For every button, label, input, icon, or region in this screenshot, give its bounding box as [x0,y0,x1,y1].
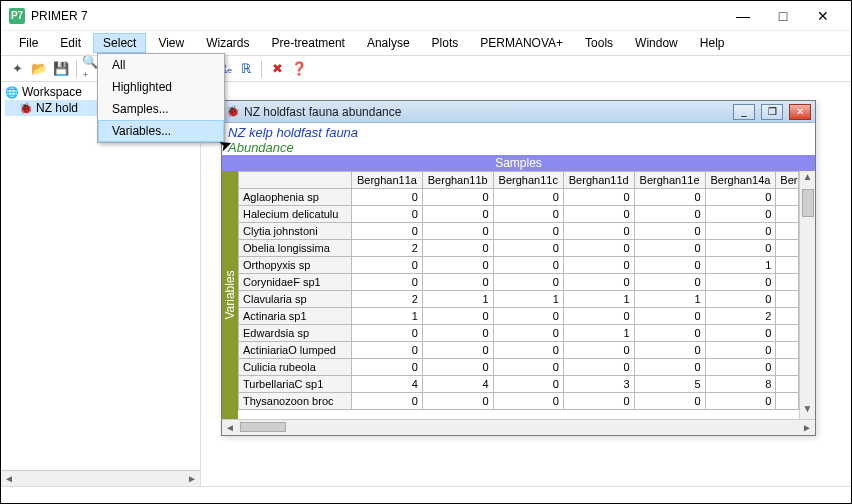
cell[interactable]: 1 [563,325,634,342]
cell[interactable]: 0 [563,359,634,376]
cell[interactable]: 0 [422,240,493,257]
cell[interactable]: 2 [705,308,776,325]
cell[interactable]: 0 [422,257,493,274]
toolbar-resemblance2-icon[interactable]: ℝ [236,59,256,79]
column-header[interactable]: Berghan11d [563,172,634,189]
cell[interactable]: 0 [422,308,493,325]
cell[interactable]: 0 [563,189,634,206]
menu-edit[interactable]: Edit [50,33,91,53]
scroll-left-icon[interactable]: ◄ [1,473,17,484]
table-row[interactable]: Aglaophenia sp000000 [239,189,799,206]
cell[interactable]: 0 [705,359,776,376]
row-header[interactable]: Halecium delicatulu [239,206,352,223]
cell[interactable]: 0 [634,206,705,223]
cell[interactable]: 0 [493,189,563,206]
scroll-track[interactable] [238,420,799,435]
scroll-right-icon[interactable]: ► [184,473,200,484]
cell[interactable]: 4 [352,376,423,393]
menu-view[interactable]: View [148,33,194,53]
cell[interactable]: 1 [705,257,776,274]
row-header[interactable]: Clavularia sp [239,291,352,308]
cell[interactable] [776,342,799,359]
cell[interactable]: 5 [634,376,705,393]
row-header[interactable]: Edwardsia sp [239,325,352,342]
scroll-thumb[interactable] [802,189,814,217]
cell[interactable]: 0 [422,189,493,206]
menu-wizards[interactable]: Wizards [196,33,259,53]
menu-permanova[interactable]: PERMANOVA+ [470,33,573,53]
cell[interactable]: 0 [493,240,563,257]
scroll-up-icon[interactable]: ▲ [800,171,815,187]
column-header[interactable]: Berghan11b [422,172,493,189]
cell[interactable]: 0 [563,308,634,325]
row-header[interactable]: ActiniariaO lumped [239,342,352,359]
cell[interactable] [776,206,799,223]
cell[interactable]: 4 [422,376,493,393]
cell[interactable]: 1 [493,291,563,308]
cell[interactable]: 0 [493,325,563,342]
child-titlebar[interactable]: 🐞 NZ holdfast fauna abundance _ ❐ ✕ [222,101,815,123]
table-row[interactable]: Culicia rubeola000000 [239,359,799,376]
cell[interactable]: 0 [352,325,423,342]
cell[interactable] [776,223,799,240]
menu-window[interactable]: Window [625,33,688,53]
menu-plots[interactable]: Plots [422,33,469,53]
cell[interactable] [776,308,799,325]
cell[interactable]: 0 [352,393,423,410]
cell[interactable]: 0 [563,206,634,223]
row-header[interactable]: TurbellariaC sp1 [239,376,352,393]
cell[interactable]: 2 [352,240,423,257]
cell[interactable]: 0 [705,240,776,257]
cell[interactable]: 0 [563,393,634,410]
cell[interactable] [776,359,799,376]
cell[interactable]: 0 [493,376,563,393]
cell[interactable]: 0 [352,257,423,274]
cell[interactable] [776,240,799,257]
toolbar-delete-icon[interactable]: ✖ [267,59,287,79]
menu-file[interactable]: File [9,33,48,53]
cell[interactable]: 0 [705,274,776,291]
cell[interactable]: 0 [634,257,705,274]
toolbar-open-icon[interactable]: 📂 [29,59,49,79]
cell[interactable]: 0 [705,189,776,206]
cell[interactable]: 0 [422,393,493,410]
column-header[interactable]: Berghan11c [493,172,563,189]
child-restore-button[interactable]: ❐ [761,104,783,120]
table-row[interactable]: CorynidaeF sp1000000 [239,274,799,291]
select-samples[interactable]: Samples... [98,98,224,120]
table-row[interactable]: Edwardsia sp000100 [239,325,799,342]
cell[interactable] [776,291,799,308]
cell[interactable]: 0 [634,342,705,359]
cell[interactable] [776,393,799,410]
cell[interactable]: 1 [563,291,634,308]
cell[interactable] [776,257,799,274]
menu-tools[interactable]: Tools [575,33,623,53]
data-grid[interactable]: Berghan11aBerghan11bBerghan11cBerghan11d… [238,171,799,410]
child-minimize-button[interactable]: _ [733,104,755,120]
cell[interactable]: 0 [634,189,705,206]
select-all[interactable]: All [98,54,224,76]
table-row[interactable]: Obelia longissima200000 [239,240,799,257]
cell[interactable]: 0 [634,223,705,240]
cell[interactable]: 0 [634,359,705,376]
cell[interactable]: 0 [634,325,705,342]
toolbar-new-icon[interactable]: ✦ [7,59,27,79]
cell[interactable]: 1 [634,291,705,308]
toolbar-help-icon[interactable]: ❓ [289,59,309,79]
column-header[interactable]: Berghan11e [634,172,705,189]
cell[interactable]: 0 [352,223,423,240]
cell[interactable]: 0 [422,325,493,342]
cell[interactable]: 0 [352,274,423,291]
column-header[interactable]: Berghan11a [352,172,423,189]
close-button[interactable]: ✕ [803,2,843,30]
cell[interactable]: 0 [352,206,423,223]
row-header[interactable]: Culicia rubeola [239,359,352,376]
cell[interactable]: 0 [352,359,423,376]
table-row[interactable]: Clytia johnstoni000000 [239,223,799,240]
minimize-button[interactable]: — [723,2,763,30]
cell[interactable]: 0 [422,359,493,376]
row-header[interactable]: Obelia longissima [239,240,352,257]
toolbar-save-icon[interactable]: 💾 [51,59,71,79]
cell[interactable]: 0 [634,308,705,325]
cell[interactable]: 0 [422,223,493,240]
